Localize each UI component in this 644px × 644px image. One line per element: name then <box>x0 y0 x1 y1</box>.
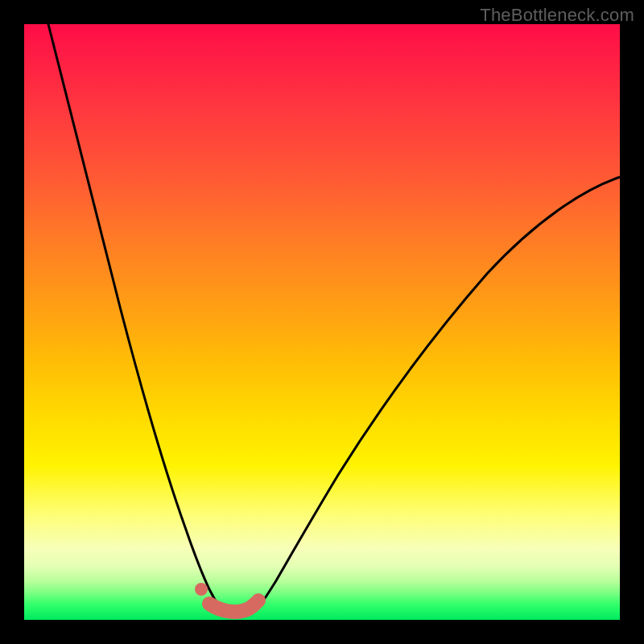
left-curve <box>48 24 219 606</box>
marker-arc <box>209 603 256 612</box>
watermark-text: TheBottleneck.com <box>480 5 634 26</box>
chart-svg <box>24 24 620 620</box>
bottom-marker-group <box>195 583 266 612</box>
right-curve <box>259 177 620 606</box>
marker-dot-left <box>195 583 208 596</box>
marker-dot-right <box>251 593 266 608</box>
chart-frame <box>24 24 620 620</box>
